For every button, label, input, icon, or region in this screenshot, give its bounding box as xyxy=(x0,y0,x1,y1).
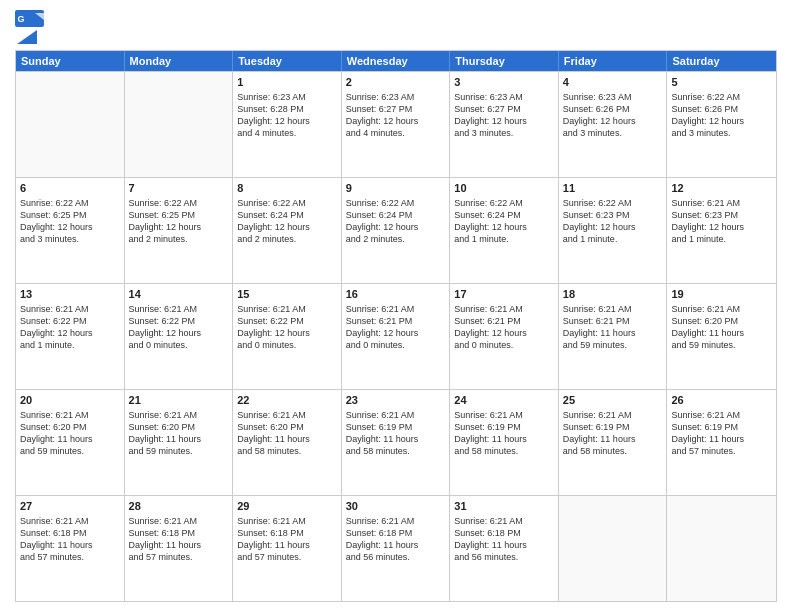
calendar-cell-day-6: 6Sunrise: 6:22 AMSunset: 6:25 PMDaylight… xyxy=(16,178,125,283)
calendar-cell-day-30: 30Sunrise: 6:21 AMSunset: 6:18 PMDayligh… xyxy=(342,496,451,601)
day-info-line: and 0 minutes. xyxy=(237,339,337,351)
day-info-line: Sunrise: 6:21 AM xyxy=(20,515,120,527)
calendar-cell-day-26: 26Sunrise: 6:21 AMSunset: 6:19 PMDayligh… xyxy=(667,390,776,495)
day-info-line: Daylight: 11 hours xyxy=(454,433,554,445)
calendar-cell-day-19: 19Sunrise: 6:21 AMSunset: 6:20 PMDayligh… xyxy=(667,284,776,389)
day-info-line: Sunset: 6:18 PM xyxy=(346,527,446,539)
calendar-cell-day-3: 3Sunrise: 6:23 AMSunset: 6:27 PMDaylight… xyxy=(450,72,559,177)
day-info-line: Sunset: 6:23 PM xyxy=(563,209,663,221)
day-info-line: Daylight: 12 hours xyxy=(237,327,337,339)
calendar-cell-empty xyxy=(667,496,776,601)
day-info-line: Daylight: 12 hours xyxy=(237,221,337,233)
day-info-line: Daylight: 12 hours xyxy=(563,221,663,233)
logo-triangle-icon xyxy=(17,30,37,46)
calendar-cell-day-8: 8Sunrise: 6:22 AMSunset: 6:24 PMDaylight… xyxy=(233,178,342,283)
calendar-cell-empty xyxy=(559,496,668,601)
calendar-cell-empty xyxy=(125,72,234,177)
day-info-line: Sunset: 6:24 PM xyxy=(237,209,337,221)
page: G SundayMondayTuesdayWednesdayThursdayFr… xyxy=(0,0,792,612)
day-info-line: Sunset: 6:21 PM xyxy=(346,315,446,327)
day-info-line: and 4 minutes. xyxy=(346,127,446,139)
day-info-line: Sunrise: 6:22 AM xyxy=(671,91,772,103)
day-info-line: and 4 minutes. xyxy=(237,127,337,139)
day-number: 8 xyxy=(237,181,337,196)
day-number: 13 xyxy=(20,287,120,302)
day-info-line: and 3 minutes. xyxy=(454,127,554,139)
day-number: 25 xyxy=(563,393,663,408)
day-info-line: Daylight: 11 hours xyxy=(671,327,772,339)
day-info-line: Daylight: 11 hours xyxy=(346,539,446,551)
day-info-line: Daylight: 11 hours xyxy=(563,433,663,445)
day-info-line: Daylight: 12 hours xyxy=(454,221,554,233)
calendar-cell-day-4: 4Sunrise: 6:23 AMSunset: 6:26 PMDaylight… xyxy=(559,72,668,177)
day-info-line: and 57 minutes. xyxy=(129,551,229,563)
day-number: 23 xyxy=(346,393,446,408)
day-info-line: and 1 minute. xyxy=(20,339,120,351)
day-info-line: and 2 minutes. xyxy=(129,233,229,245)
day-info-line: Sunset: 6:20 PM xyxy=(20,421,120,433)
day-info-line: Sunset: 6:18 PM xyxy=(20,527,120,539)
day-number: 24 xyxy=(454,393,554,408)
day-info-line: Sunset: 6:25 PM xyxy=(20,209,120,221)
calendar-cell-day-21: 21Sunrise: 6:21 AMSunset: 6:20 PMDayligh… xyxy=(125,390,234,495)
day-info-line: Sunrise: 6:22 AM xyxy=(20,197,120,209)
day-info-line: Daylight: 11 hours xyxy=(129,433,229,445)
day-info-line: and 58 minutes. xyxy=(237,445,337,457)
day-info-line: Daylight: 12 hours xyxy=(346,221,446,233)
day-info-line: and 0 minutes. xyxy=(346,339,446,351)
day-info-line: Sunset: 6:18 PM xyxy=(237,527,337,539)
day-number: 5 xyxy=(671,75,772,90)
day-info-line: Sunrise: 6:23 AM xyxy=(454,91,554,103)
calendar-cell-day-12: 12Sunrise: 6:21 AMSunset: 6:23 PMDayligh… xyxy=(667,178,776,283)
day-info-line: Sunrise: 6:21 AM xyxy=(20,409,120,421)
day-info-line: and 59 minutes. xyxy=(20,445,120,457)
day-info-line: Sunset: 6:26 PM xyxy=(563,103,663,115)
day-info-line: Sunset: 6:24 PM xyxy=(346,209,446,221)
calendar-cell-day-16: 16Sunrise: 6:21 AMSunset: 6:21 PMDayligh… xyxy=(342,284,451,389)
day-info-line: Sunrise: 6:21 AM xyxy=(237,515,337,527)
day-number: 19 xyxy=(671,287,772,302)
day-number: 17 xyxy=(454,287,554,302)
calendar-cell-day-1: 1Sunrise: 6:23 AMSunset: 6:28 PMDaylight… xyxy=(233,72,342,177)
day-number: 22 xyxy=(237,393,337,408)
weekday-header-tuesday: Tuesday xyxy=(233,51,342,71)
day-info-line: Daylight: 11 hours xyxy=(129,539,229,551)
day-info-line: Sunrise: 6:21 AM xyxy=(346,409,446,421)
header: G xyxy=(15,10,777,42)
day-info-line: Sunset: 6:26 PM xyxy=(671,103,772,115)
day-info-line: Daylight: 12 hours xyxy=(346,115,446,127)
calendar-cell-day-15: 15Sunrise: 6:21 AMSunset: 6:22 PMDayligh… xyxy=(233,284,342,389)
day-number: 28 xyxy=(129,499,229,514)
day-info-line: Daylight: 11 hours xyxy=(671,433,772,445)
calendar-row-3: 13Sunrise: 6:21 AMSunset: 6:22 PMDayligh… xyxy=(16,283,776,389)
day-info-line: Sunset: 6:19 PM xyxy=(671,421,772,433)
day-info-line: Sunset: 6:27 PM xyxy=(346,103,446,115)
day-info-line: Sunrise: 6:21 AM xyxy=(346,515,446,527)
day-info-line: Sunset: 6:22 PM xyxy=(237,315,337,327)
day-info-line: and 0 minutes. xyxy=(454,339,554,351)
day-info-line: Sunrise: 6:23 AM xyxy=(237,91,337,103)
day-info-line: Sunset: 6:25 PM xyxy=(129,209,229,221)
day-info-line: Daylight: 12 hours xyxy=(129,221,229,233)
day-info-line: Sunrise: 6:22 AM xyxy=(454,197,554,209)
day-info-line: Sunrise: 6:21 AM xyxy=(237,303,337,315)
svg-text:G: G xyxy=(18,14,25,24)
day-info-line: and 57 minutes. xyxy=(671,445,772,457)
calendar-cell-day-25: 25Sunrise: 6:21 AMSunset: 6:19 PMDayligh… xyxy=(559,390,668,495)
day-info-line: and 58 minutes. xyxy=(454,445,554,457)
day-info-line: Sunrise: 6:23 AM xyxy=(346,91,446,103)
calendar-cell-day-17: 17Sunrise: 6:21 AMSunset: 6:21 PMDayligh… xyxy=(450,284,559,389)
day-info-line: Daylight: 12 hours xyxy=(563,115,663,127)
day-info-line: Sunset: 6:18 PM xyxy=(129,527,229,539)
day-info-line: and 2 minutes. xyxy=(237,233,337,245)
day-info-line: and 59 minutes. xyxy=(563,339,663,351)
day-info-line: Daylight: 12 hours xyxy=(454,327,554,339)
day-number: 16 xyxy=(346,287,446,302)
day-info-line: Sunrise: 6:22 AM xyxy=(129,197,229,209)
calendar-cell-day-23: 23Sunrise: 6:21 AMSunset: 6:19 PMDayligh… xyxy=(342,390,451,495)
calendar-cell-day-28: 28Sunrise: 6:21 AMSunset: 6:18 PMDayligh… xyxy=(125,496,234,601)
day-info-line: Sunset: 6:19 PM xyxy=(563,421,663,433)
day-info-line: Daylight: 11 hours xyxy=(20,433,120,445)
calendar-cell-day-31: 31Sunrise: 6:21 AMSunset: 6:18 PMDayligh… xyxy=(450,496,559,601)
day-number: 14 xyxy=(129,287,229,302)
